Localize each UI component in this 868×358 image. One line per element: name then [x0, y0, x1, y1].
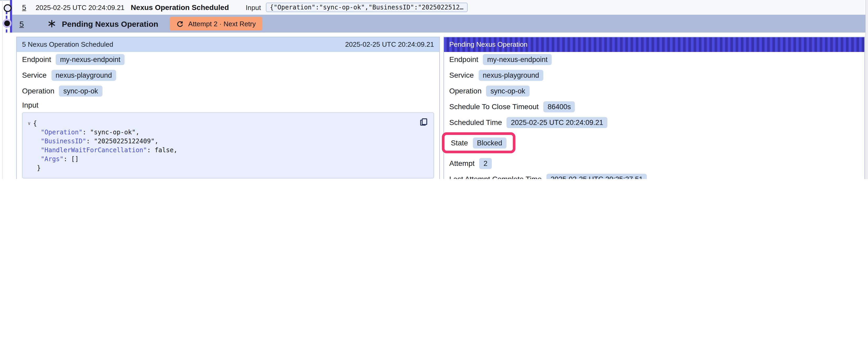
pending-operation-row[interactable]: 5 ∗ Pending Nexus Operation Attempt 2 · … [12, 15, 866, 33]
field-label: Operation [22, 87, 54, 95]
json-code-line: "Operation": "sync-op-ok", [25, 128, 429, 137]
retry-badge[interactable]: Attempt 2 · Next Retry [170, 17, 262, 30]
json-code-line: "HandlerWaitForCancellation": false, [25, 146, 429, 155]
copy-icon[interactable] [419, 118, 428, 127]
json-code-line: "Args": [] [25, 155, 429, 164]
field-label: Endpoint [449, 55, 478, 64]
collapse-chevron-icon[interactable]: ∨ [25, 119, 33, 128]
event-detail-time: 2025-02-25 UTC 20:24:09.21 [345, 37, 434, 52]
input-label: Input [246, 3, 261, 11]
selected-range-bar [10, 0, 12, 33]
field-value-chip: 2025-02-25 UTC 20:25:27.51 [547, 173, 647, 179]
pending-operation-panel: Pending Nexus Operation Endpoint my-nexu… [443, 37, 865, 179]
pending-title: Pending Nexus Operation [62, 19, 158, 28]
field-row: Last Attempt Complete Time 2025-02-25 UT… [449, 173, 859, 179]
field-row: Operation sync-op-ok [22, 85, 434, 97]
pending-panel-header: Pending Nexus Operation [444, 37, 864, 52]
input-section-label: Input [22, 101, 434, 110]
field-row: Service nexus-playground [22, 69, 434, 81]
pending-asterisk-icon: ∗ [47, 19, 57, 29]
field-value-chip: 2 [479, 158, 492, 169]
field-label: Endpoint [22, 55, 51, 64]
field-row: Operation sync-op-ok [449, 85, 859, 97]
code-gutter [25, 164, 33, 173]
event-detail-header: 5 Nexus Operation Scheduled 2025-02-25 U… [17, 37, 439, 52]
field-row: Scheduled Time 2025-02-25 UTC 20:24:09.2… [449, 117, 859, 128]
pending-panel-title: Pending Nexus Operation [449, 37, 528, 52]
input-json-block: ∨{ "Operation": "sync-op-ok", "BusinessI… [22, 112, 434, 178]
event-history-view: 5 2025-02-25 UTC 20:24:09.21 Nexus Opera… [0, 0, 868, 179]
field-label: Schedule To Close Timeout [449, 102, 538, 111]
scrollbar-gutter[interactable] [865, 0, 868, 179]
event-row-collapsed[interactable]: 5 2025-02-25 UTC 20:24:09.21 Nexus Opera… [12, 0, 866, 15]
code-gutter [25, 146, 33, 155]
field-value-chip: 2025-02-25 UTC 20:24:09.21 [507, 117, 608, 128]
json-code-line: "BusinessID": "20250225122409", [25, 137, 429, 146]
code-gutter [25, 155, 33, 164]
code-gutter [25, 137, 33, 146]
state-value-chip: Blocked [473, 137, 506, 148]
field-value-chip: 86400s [543, 101, 575, 112]
field-value-chip: my-nexus-endpoint [56, 54, 125, 65]
event-detail-title: 5 Nexus Operation Scheduled [22, 37, 113, 52]
field-value-chip: nexus-playground [51, 70, 116, 80]
field-label: Service [449, 71, 474, 79]
event-detail-panel: 5 Nexus Operation Scheduled 2025-02-25 U… [16, 37, 440, 179]
event-title: Nexus Operation Scheduled [131, 3, 229, 11]
field-label: Attempt [449, 159, 475, 167]
field-row: Endpoint my-nexus-endpoint [449, 54, 859, 65]
field-row: Schedule To Close Timeout 86400s [449, 101, 859, 112]
input-preview-chip[interactable]: {"Operation":"sync-op-ok","BusinessID":"… [266, 3, 468, 12]
timeline-node-current-icon[interactable] [4, 21, 10, 26]
json-code-line: ∨{ [25, 119, 429, 128]
timeline-gutter-line [2, 0, 3, 179]
field-value-chip: nexus-playground [478, 70, 543, 80]
retry-badge-label: Attempt 2 · Next Retry [188, 20, 256, 28]
state-highlight-annotation: State Blocked [442, 132, 515, 153]
field-row: Service nexus-playground [449, 69, 859, 81]
event-id-link[interactable]: 5 [22, 3, 26, 11]
field-value-chip: my-nexus-endpoint [483, 54, 552, 65]
event-id-link[interactable]: 5 [20, 19, 24, 28]
field-label: Last Attempt Complete Time [449, 175, 542, 179]
timeline-node-open-icon[interactable] [4, 4, 11, 12]
code-gutter [25, 128, 33, 137]
field-value-chip: sync-op-ok [59, 85, 102, 96]
field-label: Operation [449, 87, 482, 95]
field-row: State Blocked [451, 137, 506, 149]
event-time: 2025-02-25 UTC 20:24:09.21 [36, 3, 125, 11]
field-row: Endpoint my-nexus-endpoint [22, 54, 434, 65]
field-row: Attempt 2 [449, 158, 859, 169]
field-value-chip: sync-op-ok [486, 85, 529, 96]
field-label: Service [22, 71, 46, 79]
field-label: State [451, 138, 468, 147]
field-label: Scheduled Time [449, 118, 502, 127]
retry-icon [176, 20, 184, 28]
json-code-line: } [25, 164, 429, 173]
